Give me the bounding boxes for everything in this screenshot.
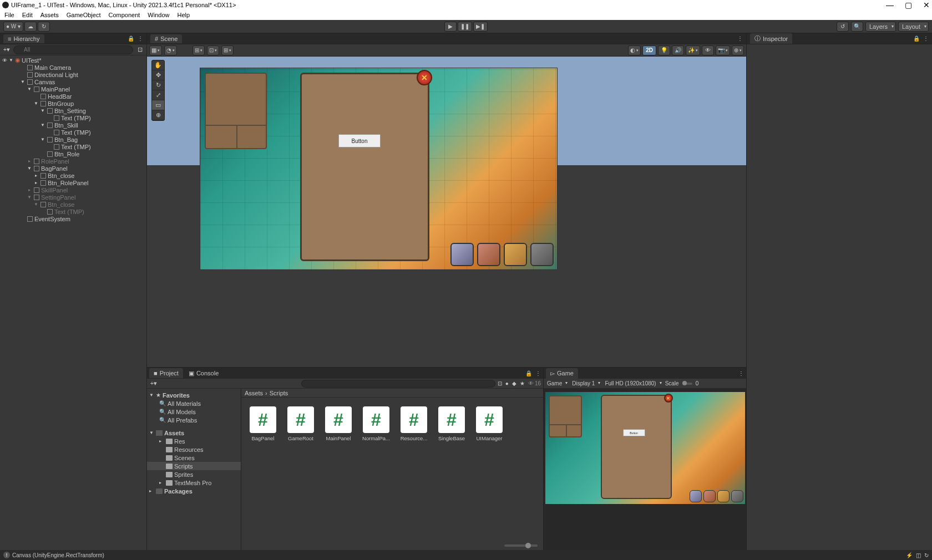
auto-refresh-icon[interactable]: ↻ <box>924 552 929 558</box>
rotate-tool[interactable]: ↻ <box>152 80 164 90</box>
fx-icon[interactable]: ✨ <box>686 45 700 55</box>
gear-icon[interactable] <box>530 243 554 266</box>
menu-component[interactable]: Component <box>108 12 140 18</box>
lock-icon[interactable]: 🔒 <box>128 35 134 42</box>
lock-icon[interactable]: 🔒 <box>913 35 920 42</box>
book-icon[interactable] <box>504 243 527 266</box>
game-mode-dropdown[interactable]: Game <box>546 380 568 386</box>
menu-edit[interactable]: Edit <box>22 12 33 18</box>
tree-item[interactable]: ▼Btn_Setting <box>0 107 146 114</box>
fav-prefabs[interactable]: 🔍All Prefabs <box>147 416 241 424</box>
tree-item[interactable]: ▸SkillPanel <box>0 186 146 194</box>
sword-icon[interactable] <box>450 243 474 266</box>
hierarchy-tab[interactable]: ≡ Hierarchy <box>3 34 44 43</box>
tree-item[interactable]: Directional Light <box>0 71 146 78</box>
add-button[interactable]: +▾ <box>149 379 158 388</box>
icon-size-slider[interactable] <box>504 544 538 547</box>
breadcrumb-scripts[interactable]: Scripts <box>270 390 288 396</box>
tree-item[interactable]: EventSystem <box>0 215 146 222</box>
bag-icon[interactable] <box>477 243 500 266</box>
asset-item[interactable]: Resource... <box>398 406 430 532</box>
packages-root[interactable]: ▸Packages <box>147 487 241 495</box>
close-icon[interactable]: ✕ <box>923 1 930 9</box>
step-button[interactable]: ▶❚ <box>473 22 488 32</box>
tree-item[interactable]: Main Camera <box>0 64 146 71</box>
asset-item[interactable]: NormalPa... <box>360 406 392 532</box>
tree-item[interactable]: Text (TMP) <box>0 114 146 121</box>
eye-icon[interactable]: 👁 <box>2 58 7 63</box>
minimize-icon[interactable]: — <box>886 1 894 9</box>
filter-type-icon[interactable]: ⊡ <box>498 380 502 386</box>
menu-icon[interactable]: ⋮ <box>138 35 143 42</box>
tree-item[interactable]: ▸Btn_close <box>0 172 146 179</box>
asset-item[interactable]: UIManager <box>473 406 505 532</box>
account-button[interactable]: ● W ▾ <box>3 22 23 32</box>
folder-item[interactable]: ▸Res <box>147 437 241 445</box>
filter-label-icon[interactable]: ● <box>505 380 509 386</box>
filter-icon[interactable]: ⊡ <box>135 45 144 54</box>
folder-item[interactable]: ▸TextMesh Pro <box>147 478 241 487</box>
favorite-icon[interactable]: ★ <box>520 380 525 386</box>
project-search[interactable] <box>301 380 495 388</box>
asset-item[interactable]: BagPanel <box>247 406 279 532</box>
menu-assets[interactable]: Assets <box>40 12 59 18</box>
project-tab[interactable]: ■ Project <box>149 368 183 378</box>
tree-scene[interactable]: 👁 ▼◉ UITest* <box>0 57 146 64</box>
play-button[interactable]: ▶ <box>444 22 457 32</box>
jobs-icon[interactable]: ⚡ <box>906 552 913 558</box>
gizmos-icon[interactable]: ⊕ <box>732 45 744 55</box>
menu-window[interactable]: Window <box>148 12 169 18</box>
folder-item[interactable]: Resources <box>147 445 241 454</box>
grid-snap[interactable]: ⊞ <box>193 45 205 55</box>
camera-icon[interactable]: ◐ <box>628 45 641 55</box>
cache-icon[interactable]: ◫ <box>916 552 921 558</box>
tree-item[interactable]: ▸RolePanel <box>0 157 146 165</box>
folder-item[interactable]: Scenes <box>147 454 241 462</box>
draw-mode[interactable]: ◔ <box>164 45 177 55</box>
hidden-count[interactable]: 👁16 <box>528 380 541 386</box>
undo-history-icon[interactable]: ↺ <box>837 22 849 32</box>
search-icon[interactable]: 🔍 <box>851 22 863 32</box>
scale-slider[interactable] <box>682 383 692 385</box>
tree-item[interactable]: ▼Btn_Bag <box>0 136 146 143</box>
menu-icon[interactable]: ⋮ <box>535 370 541 376</box>
history-icon[interactable]: ↻ <box>38 22 50 32</box>
close-button[interactable]: ✕ <box>417 70 432 85</box>
menu-file[interactable]: File <box>4 12 14 18</box>
lock-icon[interactable]: 🔒 <box>525 370 532 376</box>
display-dropdown[interactable]: Display 1 <box>571 380 600 386</box>
increment-snap[interactable]: ⊡ <box>207 45 219 55</box>
layout-dropdown[interactable]: Layout <box>898 22 929 32</box>
tree-item[interactable]: ▼MainPanel <box>0 85 146 93</box>
tree-item[interactable]: ▸Btn_RolePanel <box>0 179 146 186</box>
audio-icon[interactable]: 🔊 <box>672 45 684 55</box>
asset-item[interactable]: SingleBase <box>435 406 468 532</box>
canvas-bounds[interactable]: ✕ Button <box>200 68 558 270</box>
info-icon[interactable]: ! <box>3 552 10 558</box>
console-tab[interactable]: ▣ Console <box>184 368 223 379</box>
headbar-panel[interactable] <box>205 73 267 149</box>
fav-models[interactable]: 🔍All Models <box>147 408 241 416</box>
view-tool[interactable]: ✋ <box>152 60 164 70</box>
shading-mode[interactable]: ▦ <box>149 45 162 55</box>
cloud-icon[interactable]: ☁ <box>24 22 37 32</box>
tree-item[interactable]: ▼SettingPanel <box>0 194 146 201</box>
tree-item[interactable]: ▼BagPanel <box>0 165 146 172</box>
assets-root[interactable]: ▼Assets <box>147 429 241 437</box>
tree-item[interactable]: ▼BtnGroup <box>0 100 146 107</box>
hierarchy-search[interactable] <box>13 45 133 54</box>
tree-item[interactable]: HeadBar <box>0 93 146 100</box>
tree-item[interactable]: ▼Btn_Skill <box>0 121 146 129</box>
move-tool[interactable]: ✥ <box>152 70 164 80</box>
tree-item[interactable]: Text (TMP) <box>0 143 146 150</box>
visibility-icon[interactable]: 👁 <box>702 45 714 55</box>
camera2-icon[interactable]: 📷 <box>716 45 730 55</box>
folder-item[interactable]: Sprites <box>147 470 241 478</box>
pause-button[interactable]: ❚❚ <box>458 22 472 32</box>
add-button[interactable]: +▾ <box>2 45 11 54</box>
scene-view[interactable]: ✋ ✥ ↻ ⤢ ▭ ⊕ ✕ Button <box>147 57 746 367</box>
tree-item[interactable]: Btn_Role <box>0 150 146 157</box>
save-search-icon[interactable]: ◆ <box>512 380 516 386</box>
asset-item[interactable]: GameRoot <box>285 406 317 532</box>
folder-item[interactable]: Scripts <box>147 462 241 470</box>
